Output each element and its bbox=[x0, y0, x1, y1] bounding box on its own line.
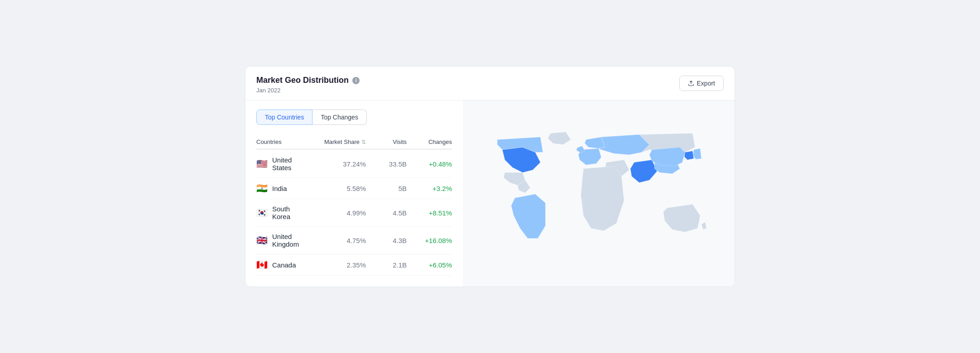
table-row: 🇮🇳 India 5.58% 5B +3.2% bbox=[256, 178, 452, 199]
market-share-value: 2.35% bbox=[303, 261, 366, 269]
card-date: Jan 2022 bbox=[256, 87, 360, 94]
visits-value: 4.3B bbox=[366, 237, 407, 244]
tab-top-countries[interactable]: Top Countries bbox=[256, 110, 312, 125]
flag-icon: 🇰🇷 bbox=[256, 208, 268, 217]
country-cell: 🇨🇦 Canada bbox=[256, 260, 303, 269]
flag-icon: 🇮🇳 bbox=[256, 184, 268, 193]
col-header-market-share: Market Share ⇅ bbox=[303, 138, 366, 145]
flag-icon: 🇺🇸 bbox=[256, 159, 268, 168]
japan-path bbox=[693, 148, 701, 159]
africa-path bbox=[581, 166, 624, 231]
changes-value: +0.48% bbox=[407, 160, 452, 168]
card-header: Market Geo Distribution i Jan 2022 Expor… bbox=[245, 67, 735, 100]
world-map bbox=[472, 129, 725, 258]
tabs-container: Top Countries Top Changes bbox=[256, 110, 452, 125]
changes-value: +3.2% bbox=[407, 185, 452, 192]
market-share-value: 4.75% bbox=[303, 237, 366, 244]
left-panel: Top Countries Top Changes Countries Mark… bbox=[245, 100, 463, 286]
india-path bbox=[630, 160, 657, 182]
visits-value: 5B bbox=[366, 185, 407, 192]
market-geo-distribution-card: Market Geo Distribution i Jan 2022 Expor… bbox=[245, 66, 735, 287]
changes-value: +16.08% bbox=[407, 237, 452, 244]
country-name: United States bbox=[272, 156, 303, 172]
country-name: Canada bbox=[272, 261, 296, 269]
table-row: 🇬🇧 United Kingdom 4.75% 4.3B +16.08% bbox=[256, 227, 452, 254]
nz-path bbox=[701, 222, 706, 229]
export-icon bbox=[688, 80, 694, 86]
market-share-value: 4.99% bbox=[303, 209, 366, 217]
card-body: Top Countries Top Changes Countries Mark… bbox=[245, 100, 735, 286]
table-rows: 🇺🇸 United States 37.24% 33.5B +0.48% 🇮🇳 … bbox=[256, 150, 452, 276]
filter-icon[interactable]: ⇅ bbox=[361, 139, 366, 145]
changes-value: +6.05% bbox=[407, 261, 452, 269]
country-name: South Korea bbox=[272, 205, 303, 220]
data-table: Countries Market Share ⇅ Visits Changes … bbox=[256, 135, 452, 276]
flag-icon: 🇬🇧 bbox=[256, 236, 268, 245]
country-cell: 🇰🇷 South Korea bbox=[256, 205, 303, 220]
australia-path bbox=[663, 204, 700, 232]
greenland-path bbox=[548, 132, 571, 144]
table-row: 🇺🇸 United States 37.24% 33.5B +0.48% bbox=[256, 150, 452, 178]
col-header-visits: Visits bbox=[366, 138, 407, 145]
world-map-svg bbox=[472, 129, 725, 256]
card-title: Market Geo Distribution i bbox=[256, 76, 360, 85]
market-share-value: 37.24% bbox=[303, 160, 366, 168]
market-share-value: 5.58% bbox=[303, 185, 366, 192]
table-row: 🇨🇦 Canada 2.35% 2.1B +6.05% bbox=[256, 254, 452, 276]
col-header-countries: Countries bbox=[256, 138, 303, 145]
table-row: 🇰🇷 South Korea 4.99% 4.5B +8.51% bbox=[256, 199, 452, 227]
country-cell: 🇮🇳 India bbox=[256, 184, 303, 193]
info-icon[interactable]: i bbox=[352, 77, 360, 84]
country-name: India bbox=[272, 185, 287, 192]
col-header-changes: Changes bbox=[407, 138, 452, 145]
visits-value: 4.5B bbox=[366, 209, 407, 217]
tab-top-changes[interactable]: Top Changes bbox=[312, 110, 367, 125]
country-cell: 🇺🇸 United States bbox=[256, 156, 303, 172]
visits-value: 2.1B bbox=[366, 261, 407, 269]
export-button[interactable]: Export bbox=[679, 76, 724, 91]
country-cell: 🇬🇧 United Kingdom bbox=[256, 233, 303, 248]
export-label: Export bbox=[697, 80, 715, 87]
russia-west-path bbox=[599, 134, 649, 155]
south-america-path bbox=[511, 194, 546, 238]
changes-value: +8.51% bbox=[407, 209, 452, 217]
country-name: United Kingdom bbox=[272, 233, 303, 248]
title-text: Market Geo Distribution bbox=[256, 76, 349, 85]
visits-value: 33.5B bbox=[366, 160, 407, 168]
table-header: Countries Market Share ⇅ Visits Changes bbox=[256, 135, 452, 149]
korea-path bbox=[684, 151, 694, 160]
header-left: Market Geo Distribution i Jan 2022 bbox=[256, 76, 360, 94]
right-panel bbox=[463, 100, 735, 286]
flag-icon: 🇨🇦 bbox=[256, 260, 268, 269]
